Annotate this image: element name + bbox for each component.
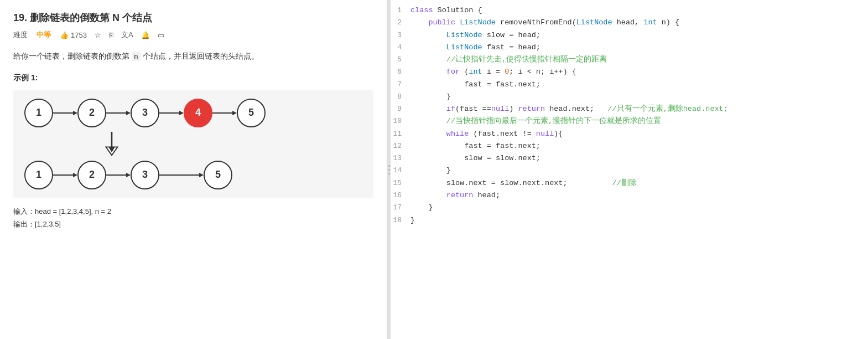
code-line-14: 14 } <box>391 165 868 177</box>
code-line-11: 11 while (fast.next != null){ <box>391 128 868 140</box>
code-line-10: 10 //当快指针指向最后一个元素,慢指针的下一位就是所求的位置 <box>391 115 868 127</box>
code-line-7: 7 fast = fast.next; <box>391 79 868 91</box>
arrow-1-2-top <box>53 109 77 117</box>
top-diagram-row: 1 2 3 4 5 <box>24 99 362 127</box>
example-title: 示例 1: <box>13 73 373 83</box>
line-number-14: 14 <box>391 165 410 176</box>
code-line-17: 17 } <box>391 202 868 214</box>
line-content-2[interactable]: public ListNode removeNthFromEnd(ListNod… <box>410 17 868 29</box>
divider-dot-2 <box>388 169 390 171</box>
svg-marker-12 <box>73 173 77 177</box>
line-content-6[interactable]: for (int i = 0; i < n; i++) { <box>410 66 868 78</box>
line-content-5[interactable]: //让快指针先走,使得快慢指针相隔一定的距离 <box>410 54 868 66</box>
svg-marker-7 <box>232 111 237 115</box>
line-content-15[interactable]: slow.next = slow.next.next; //删除 <box>410 177 868 189</box>
problem-title: 19. 删除链表的倒数第 N 个结点 <box>13 11 373 24</box>
down-arrow-container <box>24 132 362 156</box>
code-line-3: 3 ListNode slow = head; <box>391 29 868 42</box>
line-content-9[interactable]: if(fast ==null) return head.next; //只有一个… <box>410 103 868 115</box>
node-4-top-highlighted: 4 <box>184 99 212 127</box>
code-line-4: 4 ListNode fast = head; <box>391 42 868 54</box>
line-content-17[interactable]: } <box>410 202 868 214</box>
line-number-13: 13 <box>391 152 410 164</box>
code-line-6: 6 for (int i = 0; i < n; i++) { <box>391 66 868 78</box>
line-number-16: 16 <box>391 189 410 201</box>
arrow-1-2-bottom <box>53 171 77 179</box>
problem-description: 给你一个链表，删除链表的倒数第 n 个结点，并且返回链表的头结点。 <box>13 50 373 63</box>
code-line-13: 13 slow = slow.next; <box>391 152 868 165</box>
line-number-15: 15 <box>391 177 410 189</box>
line-content-8[interactable]: } <box>410 91 868 103</box>
icon-group: 👍 1753 ☆ ⎘ 文A 🔔 ▭ <box>60 30 164 40</box>
code-line-12: 12 fast = fast.next; <box>391 140 868 152</box>
line-number-8: 8 <box>391 91 410 102</box>
arrow-3-4-top <box>159 109 184 117</box>
line-content-4[interactable]: ListNode fast = head; <box>410 42 868 54</box>
divider-dot-3 <box>388 173 390 174</box>
output-line: 输出：[1,2,3,5] <box>13 218 373 230</box>
code-line-8: 8 } <box>391 91 868 103</box>
node-2-top: 2 <box>77 99 106 127</box>
translate-icon[interactable]: 文A <box>121 30 133 40</box>
line-number-6: 6 <box>391 66 410 78</box>
difficulty-label: 难度 <box>13 30 28 40</box>
code-line-9: 9 if(fast ==null) return head.next; //只有… <box>391 103 868 115</box>
svg-marker-1 <box>73 111 77 115</box>
bottom-diagram-row: 1 2 3 5 <box>24 161 362 189</box>
diagram-area: 1 2 3 4 5 <box>13 90 373 198</box>
node-2-bottom: 2 <box>77 161 106 189</box>
star-icon[interactable]: ☆ <box>95 31 101 39</box>
example-io: 输入：head = [1,2,3,4,5], n = 2 输出：[1,2,3,5… <box>13 205 373 231</box>
line-number-5: 5 <box>391 54 410 65</box>
line-number-4: 4 <box>391 42 410 53</box>
svg-marker-14 <box>126 173 131 177</box>
node-1-top: 1 <box>24 99 53 127</box>
difficulty-row: 难度 中等 👍 1753 ☆ ⎘ 文A 🔔 ▭ <box>13 30 373 40</box>
like-count: 1753 <box>71 31 87 39</box>
line-content-10[interactable]: //当快指针指向最后一个元素,慢指针的下一位就是所求的位置 <box>410 115 868 127</box>
svg-marker-5 <box>179 111 184 115</box>
line-content-3[interactable]: ListNode slow = head; <box>410 29 868 42</box>
line-content-14[interactable]: } <box>410 165 868 177</box>
code-line-1: 1class Solution { <box>391 4 868 17</box>
code-line-15: 15 slow.next = slow.next.next; //删除 <box>391 177 868 189</box>
down-arrow-icon <box>102 132 122 156</box>
like-icon[interactable]: 👍 1753 <box>60 31 87 39</box>
line-content-1[interactable]: class Solution { <box>410 4 868 17</box>
note-icon[interactable]: ▭ <box>158 31 164 39</box>
node-3-bottom: 3 <box>131 161 159 189</box>
code-line-16: 16 return head; <box>391 189 868 202</box>
arrow-4-5-top <box>212 109 237 117</box>
arrow-2-3-top <box>106 109 131 117</box>
line-number-9: 9 <box>391 103 410 115</box>
input-line: 输入：head = [1,2,3,4,5], n = 2 <box>13 205 373 218</box>
line-content-16[interactable]: return head; <box>410 189 868 202</box>
node-5-bottom: 5 <box>204 161 232 189</box>
line-number-17: 17 <box>391 202 410 213</box>
line-number-18: 18 <box>391 214 410 226</box>
line-number-1: 1 <box>391 4 410 16</box>
line-content-12[interactable]: fast = fast.next; <box>410 140 868 152</box>
line-content-18[interactable]: } <box>410 214 868 227</box>
arrow-2-3-bottom <box>106 171 131 179</box>
code-editor: 1class Solution {2 public ListNode remov… <box>391 0 868 231</box>
divider-dot-1 <box>388 165 390 167</box>
svg-marker-16 <box>199 173 204 177</box>
arrow-3-5-bottom <box>159 171 204 179</box>
node-1-bottom: 1 <box>24 161 53 189</box>
line-number-10: 10 <box>391 115 410 127</box>
bell-icon[interactable]: 🔔 <box>141 31 150 39</box>
svg-marker-9 <box>105 146 119 156</box>
line-number-3: 3 <box>391 29 410 41</box>
line-content-13[interactable]: slow = slow.next; <box>410 152 868 165</box>
line-number-12: 12 <box>391 140 410 152</box>
share-icon[interactable]: ⎘ <box>109 31 113 39</box>
line-content-11[interactable]: while (fast.next != null){ <box>410 128 868 140</box>
line-number-7: 7 <box>391 79 410 90</box>
line-content-7[interactable]: fast = fast.next; <box>410 79 868 91</box>
code-line-18: 18} <box>391 214 868 227</box>
code-line-2: 2 public ListNode removeNthFromEnd(ListN… <box>391 17 868 29</box>
line-number-11: 11 <box>391 128 410 140</box>
left-panel: 19. 删除链表的倒数第 N 个结点 难度 中等 👍 1753 ☆ ⎘ 文A 🔔… <box>0 0 387 339</box>
right-panel: 1class Solution {2 public ListNode remov… <box>391 0 868 339</box>
